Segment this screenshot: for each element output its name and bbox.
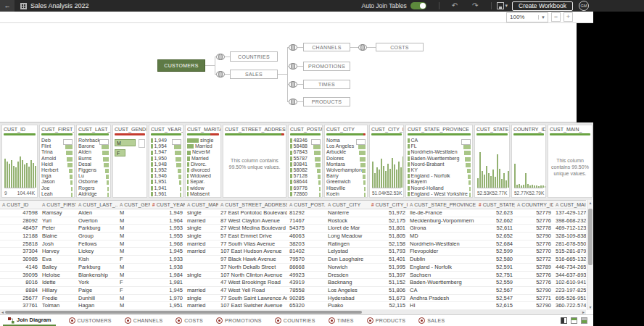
table-cell[interactable]: Heloise	[40, 272, 76, 279]
table-cell[interactable]: 86668	[287, 264, 326, 271]
table-cell[interactable]: Ratingen	[326, 241, 369, 248]
table-cell[interactable]: married	[185, 302, 218, 309]
scroll-up-icon[interactable]: ▲	[587, 201, 593, 205]
back-button[interactable]: ←	[0, 0, 15, 12]
column-header-country-id[interactable]: ACOUNTRY_ID	[515, 201, 553, 209]
table-cell[interactable]: Idette	[40, 279, 76, 286]
table-cell[interactable]: Dublin	[408, 256, 476, 263]
table-cell[interactable]: 71467	[287, 217, 326, 225]
table-cell[interactable]: 37304	[0, 248, 40, 255]
table-cell[interactable]: Flevopolder	[408, 248, 476, 255]
table-cell[interactable]: M	[117, 264, 150, 271]
scroll-left-icon[interactable]: ◄	[1, 310, 4, 314]
table-cell[interactable]: 52,547	[476, 295, 515, 302]
table-cell[interactable]: 90285	[287, 295, 326, 302]
table-cell[interactable]: 52,567	[476, 287, 515, 294]
table-cell[interactable]: 1,968	[150, 241, 185, 248]
table-cell[interactable]: 52,652	[476, 233, 515, 240]
table-cell[interactable]: Los Angeles	[326, 287, 369, 294]
table-cell[interactable]: Yuri	[40, 217, 76, 225]
table-cell[interactable]: Baden-Wuerttemberg	[408, 279, 476, 286]
table-cell[interactable]: 515-281-879	[553, 248, 586, 255]
table-cell[interactable]: Lelystad	[326, 248, 369, 255]
table-cell[interactable]: 78558	[287, 287, 326, 294]
table-cell[interactable]: 51,801	[369, 225, 408, 232]
table-cell[interactable]: Ile-de-France	[408, 209, 476, 217]
zoom-in-button[interactable]: +	[564, 12, 573, 22]
join-icon[interactable]	[289, 99, 297, 105]
column-card-cust-last-na[interactable]: CUST_LAST_NA...RohrbackBaroneAldenBurnsD…	[76, 125, 111, 198]
table-cell[interactable]: Dun Laoghaire	[326, 256, 369, 263]
table-cell[interactable]: Harvey	[40, 248, 76, 255]
table-cell[interactable]: Norwich	[326, 264, 369, 271]
table-cell[interactable]: 52776	[515, 279, 553, 286]
table-cell[interactable]: Kish	[76, 256, 117, 263]
table-cell[interactable]: 52789	[515, 264, 553, 271]
table-cell[interactable]: 51,972	[369, 209, 408, 217]
table-cell[interactable]: 47598	[0, 209, 40, 217]
table-cell[interactable]: 30985	[0, 256, 40, 263]
column-header-cust-last[interactable]: ACUST_LAST_...	[76, 201, 117, 209]
diagram-node-products[interactable]: PRODUCTS	[303, 97, 350, 106]
table-cell[interactable]: 52,751	[476, 272, 515, 279]
table-cell[interactable]: 52,599	[476, 248, 515, 255]
table-cell[interactable]: Andhra Pradesh	[408, 295, 476, 302]
table-cell[interactable]: 52770	[515, 248, 553, 255]
diagram-node-customers[interactable]: CUSTOMERS	[157, 59, 205, 72]
table-row[interactable]: 12188BlaineGroupM1,955single57 East Emme…	[0, 233, 586, 241]
table-cell[interactable]: 51,995	[369, 264, 408, 271]
table-cell[interactable]: 52,684	[476, 241, 515, 248]
table-cell[interactable]: 516-665-132	[553, 256, 586, 263]
tab-times[interactable]: TIMES	[329, 317, 354, 324]
table-row[interactable]: 39095HeloiseBlankenshipM1,984single107 N…	[0, 272, 586, 280]
vertical-scrollbar[interactable]: ▲ ▼	[587, 200, 593, 310]
join-icon[interactable]	[358, 44, 367, 51]
horizontal-scrollbar[interactable]: ◄ ►	[0, 310, 586, 314]
column-header-cust-street-address[interactable]: ACUST_STREET_ADDRESS	[218, 201, 287, 209]
table-cell[interactable]: Long Meadow	[326, 233, 369, 240]
table-cell[interactable]: 360-722-574	[553, 302, 586, 309]
table-cell[interactable]: 52,623	[476, 209, 515, 217]
table-cell[interactable]: 1,964	[150, 217, 185, 225]
table-cell[interactable]: 223-197-825	[553, 287, 586, 294]
table-cell[interactable]: 52,615	[476, 302, 515, 309]
table-cell[interactable]: M	[117, 209, 150, 217]
table-cell[interactable]: 1,933	[150, 256, 185, 263]
table-cell[interactable]: 37 North Dekalb Street	[218, 264, 287, 271]
table-cell[interactable]: M	[117, 233, 150, 240]
table-cell[interactable]: 48457	[0, 225, 40, 232]
table-cell[interactable]: 47 West Yell Road	[218, 287, 287, 294]
join-icon[interactable]	[216, 54, 225, 60]
table-cell[interactable]: Puako	[326, 302, 369, 309]
table-cell[interactable]: 52,591	[476, 264, 515, 271]
column-header-cust-city-id[interactable]: #CUST_CITY_ID	[369, 201, 408, 209]
column-card-cust-state-pr[interactable]: CUST_STATE_PR...52.53K52.77K	[474, 125, 510, 198]
table-cell[interactable]: Nordrhein-Westfalen	[408, 241, 476, 248]
table-cell[interactable]: Girona	[408, 225, 476, 232]
table-cell[interactable]: M	[117, 295, 150, 302]
column-card-cust-id[interactable]: CUST_ID9104.44K	[1, 125, 38, 198]
table-cell[interactable]: married	[185, 248, 218, 255]
table-cell[interactable]: 1,945	[150, 287, 185, 294]
table-cell[interactable]: 25818	[0, 241, 40, 248]
table-cell[interactable]: Rostock	[326, 217, 369, 225]
table-cell[interactable]: Hillary	[40, 287, 76, 294]
table-cell[interactable]: Blaine	[40, 233, 76, 240]
table-view-icon[interactable]	[581, 317, 587, 324]
table-cell[interactable]: 8016	[0, 279, 40, 286]
table-cell[interactable]: 1,945	[150, 248, 185, 255]
table-cell[interactable]: 51,401	[369, 256, 408, 263]
table-cell[interactable]: F	[117, 279, 150, 286]
column-header-cust-post[interactable]: ACUST_POST...	[287, 201, 326, 209]
table-cell[interactable]: Blankenship	[76, 272, 117, 279]
column-card-cust-gender[interactable]: CUST_GENDERMF	[112, 125, 147, 198]
table-cell[interactable]: Overton	[76, 217, 117, 225]
table-cell[interactable]: MD	[408, 233, 476, 240]
table-cell[interactable]: Backnang	[326, 279, 369, 286]
table-row[interactable]: 47598RamsayAldenM1,949single27 East Pont…	[0, 209, 586, 217]
table-cell[interactable]: 8884	[0, 287, 40, 294]
table-cell[interactable]: M	[117, 248, 150, 255]
zoom-level-select[interactable]: 100% ▼	[506, 12, 548, 22]
table-cell[interactable]: 102-610-941	[553, 279, 586, 286]
diagram-node-channels[interactable]: CHANNELS	[303, 43, 350, 51]
